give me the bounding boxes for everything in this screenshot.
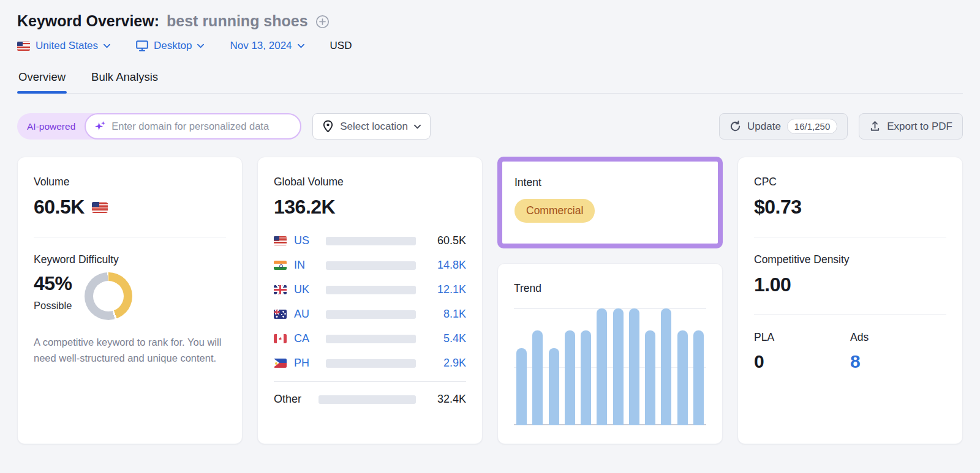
country-flag-icon: [274, 236, 287, 245]
domain-input[interactable]: [111, 121, 289, 132]
trend-bar: [597, 308, 607, 425]
trend-bar: [549, 348, 559, 425]
global-volume-value: 136.2K: [274, 196, 335, 218]
monitor-icon: [136, 40, 148, 51]
country-flag-icon: [274, 261, 287, 270]
other-bar: [318, 395, 416, 404]
country-row: PH 2.9K: [274, 357, 466, 370]
trend-bar: [581, 330, 591, 425]
device-filter[interactable]: Desktop: [136, 40, 204, 52]
filter-bar: United States Desktop Nov 13, 2024 USD: [17, 40, 963, 52]
country-row: AU 8.1K: [274, 308, 466, 321]
tab-bar: Overview Bulk Analysis: [17, 68, 963, 94]
pla-label: PLA: [754, 331, 850, 344]
page-header: Keyword Overview: best running shoes: [17, 12, 963, 30]
country-volume-value[interactable]: 2.9K: [423, 357, 466, 370]
country-volume-value[interactable]: 8.1K: [423, 308, 466, 321]
volume-value: 60.5K: [34, 196, 85, 218]
page-title: Keyword Overview:: [17, 12, 159, 30]
keyword-text: best running shoes: [167, 12, 308, 30]
country-code-link[interactable]: PH: [294, 357, 318, 370]
volume-label: Volume: [34, 176, 226, 188]
export-pdf-button[interactable]: Export to PDF: [859, 113, 963, 140]
chevron-down-icon: [298, 43, 304, 48]
ads-value[interactable]: 8: [850, 351, 946, 372]
country-volume-value[interactable]: 12.1K: [423, 283, 466, 296]
cpc-value: $0.73: [754, 196, 802, 218]
location-select-label: Select location: [340, 121, 408, 133]
intent-badge: Commercial: [514, 199, 595, 223]
keyword-difficulty-qualifier: Possible: [34, 300, 72, 311]
country-filter-label: United States: [36, 40, 98, 52]
other-row: Other 32.4K: [274, 393, 466, 406]
keyword-overview-page: Keyword Overview: best running shoes Uni…: [0, 0, 980, 444]
country-filter[interactable]: United States: [17, 40, 110, 52]
cpc-label: CPC: [754, 176, 946, 188]
country-volume-value[interactable]: 5.4K: [423, 332, 466, 345]
chevron-down-icon: [104, 43, 110, 48]
global-volume-label: Global Volume: [274, 176, 466, 188]
country-flag-icon: [274, 310, 287, 319]
sparkles-icon: [94, 121, 106, 132]
trend-bar: [677, 330, 688, 425]
add-keyword-icon[interactable]: [315, 15, 330, 29]
trend-bar: [565, 330, 575, 425]
divider: [34, 237, 226, 237]
device-filter-label: Desktop: [154, 40, 192, 52]
cpc-card: CPC $0.73 Competitive Density 1.00 PLA 0…: [737, 157, 963, 444]
location-pin-icon: [322, 120, 334, 133]
keyword-difficulty-description: A competitive keyword to rank for. You w…: [34, 335, 226, 366]
country-volume-bar: [326, 286, 416, 294]
volume-card: Volume 60.5K Keyword Difficulty 45% Poss…: [17, 157, 243, 444]
country-code-link[interactable]: UK: [294, 283, 318, 296]
trend-bar: [645, 330, 655, 425]
country-flag-icon: [274, 334, 287, 343]
ads-label: Ads: [850, 331, 946, 344]
trend-bar: [661, 308, 671, 425]
other-value: 32.4K: [423, 393, 466, 406]
country-volume-value[interactable]: 14.8K: [423, 259, 466, 272]
domain-input-wrap: [85, 113, 301, 140]
country-flag-icon: [274, 359, 287, 368]
country-row: US 60.5K: [274, 234, 466, 247]
country-volume-bar: [326, 261, 416, 270]
country-volume-bar: [326, 335, 416, 343]
us-flag-icon: [92, 202, 108, 213]
country-row: UK 12.1K: [274, 283, 466, 296]
ai-powered-badge: AI-powered: [17, 121, 85, 132]
intent-label: Intent: [514, 176, 706, 189]
date-filter-label: Nov 13, 2024: [230, 40, 292, 52]
global-volume-card: Global Volume 136.2K US 60.5K IN 14.8K U…: [257, 157, 483, 444]
competitive-density-label: Competitive Density: [754, 253, 946, 266]
divider: [274, 381, 466, 382]
keyword-difficulty-block: 45% Possible: [34, 272, 226, 320]
trend-bar: [613, 308, 624, 425]
date-filter[interactable]: Nov 13, 2024: [230, 40, 304, 52]
trend-chart: [514, 308, 706, 425]
pla-value: 0: [754, 351, 850, 372]
country-code-link[interactable]: US: [294, 234, 318, 247]
divider: [754, 237, 946, 237]
country-row: CA 5.4K: [274, 332, 466, 345]
export-pdf-label: Export to PDF: [887, 121, 952, 133]
trend-bar: [629, 308, 639, 425]
chevron-down-icon: [197, 43, 204, 48]
toolbar: AI-powered Select location Update 16: [17, 113, 963, 140]
other-label: Other: [274, 393, 311, 406]
country-code-link[interactable]: AU: [294, 308, 318, 321]
tab-overview[interactable]: Overview: [17, 68, 67, 93]
country-volume-value: 60.5K: [423, 234, 466, 247]
trend-bar: [532, 330, 543, 425]
chevron-down-icon: [414, 124, 421, 129]
intent-trend-column: Intent Commercial Trend: [497, 157, 723, 444]
ai-domain-control: AI-powered: [17, 113, 301, 140]
location-select[interactable]: Select location: [312, 113, 431, 140]
update-usage-counter: 16/1,250: [787, 119, 837, 134]
country-code-link[interactable]: IN: [294, 259, 318, 272]
metrics-grid: Volume 60.5K Keyword Difficulty 45% Poss…: [17, 157, 963, 444]
refresh-icon: [729, 121, 741, 132]
tab-bulk-analysis[interactable]: Bulk Analysis: [90, 68, 159, 93]
update-button[interactable]: Update 16/1,250: [719, 113, 848, 140]
country-code-link[interactable]: CA: [294, 332, 318, 345]
trend-card: Trend: [497, 263, 723, 444]
